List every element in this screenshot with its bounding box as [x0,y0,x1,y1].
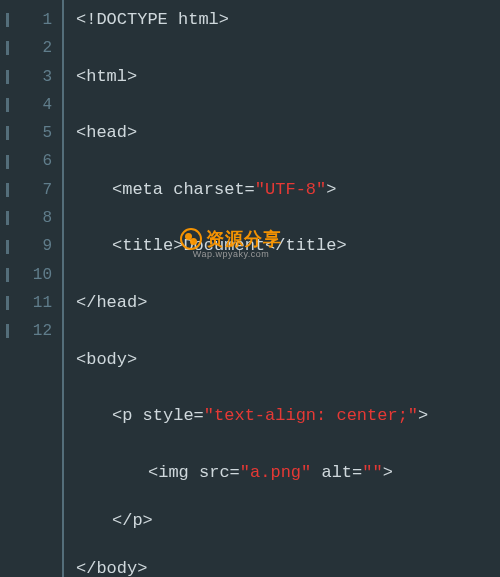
line-number-gutter: 1 2 3 4 5 6 7 8 9 10 11 12 [0,0,64,577]
code-line[interactable]: <title>Document</title> [76,232,500,260]
line-number: 2 [0,34,62,62]
tag-text: <title> [112,236,183,255]
code-line[interactable]: </body> [76,555,500,577]
fold-tick-icon [6,41,9,55]
line-no-text: 9 [42,232,52,260]
fold-tick-icon [6,70,9,84]
attr-value: "text-align: center;" [204,406,418,425]
line-number: 11 [0,289,62,317]
line-number: 12 [0,317,62,345]
fold-tick-icon [6,211,9,225]
attr-value: "" [362,463,382,482]
fold-tick-icon [6,126,9,140]
line-no-text: 6 [42,147,52,175]
line-number: 6 [0,147,62,175]
line-number: 5 [0,119,62,147]
line-no-text: 8 [42,204,52,232]
tag-text: <html> [76,67,137,86]
fold-tick-icon [6,98,9,112]
code-line[interactable]: <meta charset="UTF-8"> [76,176,500,204]
line-no-text: 2 [42,34,52,62]
tag-text: > [326,180,336,199]
tag-text: </title> [265,236,347,255]
line-number: 4 [0,91,62,119]
line-no-text: 10 [33,261,52,289]
code-line[interactable]: </head> [76,289,500,317]
line-no-text: 12 [33,317,52,345]
inner-text: Document [183,236,265,255]
code-line[interactable]: <!DOCTYPE html> [76,6,500,34]
fold-tick-icon [6,268,9,282]
line-number: 9 [0,232,62,260]
fold-tick-icon [6,183,9,197]
attr-value: "UTF-8" [255,180,326,199]
tag-text: </head> [76,293,147,312]
tag-text: <img src= [148,463,240,482]
code-line[interactable]: <p style="text-align: center;"> [76,402,500,430]
line-no-text: 1 [42,6,52,34]
fold-tick-icon [6,155,9,169]
code-editor: 1 2 3 4 5 6 7 8 9 10 11 12 <!DOCTYPE htm… [0,0,500,577]
code-line[interactable]: </p> [76,507,500,535]
line-number: 7 [0,176,62,204]
code-line[interactable]: <html> [76,63,500,91]
tag-text: <meta charset= [112,180,255,199]
line-no-text: 7 [42,176,52,204]
tag-text: > [418,406,428,425]
tag-text: <p style= [112,406,204,425]
line-no-text: 11 [33,289,52,317]
tag-text: > [383,463,393,482]
line-number: 3 [0,63,62,91]
line-number: 10 [0,261,62,289]
line-number: 1 [0,6,62,34]
code-line[interactable]: <head> [76,119,500,147]
tag-text: <head> [76,123,137,142]
line-no-text: 5 [42,119,52,147]
line-no-text: 3 [42,63,52,91]
tag-text: <body> [76,350,137,369]
tag-text: <!DOCTYPE html> [76,10,229,29]
attr-value: "a.png" [240,463,311,482]
code-area[interactable]: <!DOCTYPE html> <html> <head> <meta char… [64,0,500,577]
fold-tick-icon [6,13,9,27]
line-number: 8 [0,204,62,232]
tag-text: alt= [311,463,362,482]
fold-tick-icon [6,296,9,310]
fold-tick-icon [6,240,9,254]
tag-text: </p> [112,511,153,530]
code-line[interactable]: <body> [76,346,500,374]
tag-text: </body> [76,559,147,577]
fold-tick-icon [6,324,9,338]
code-line[interactable]: <img src="a.png" alt=""> [76,459,500,487]
line-no-text: 4 [42,91,52,119]
